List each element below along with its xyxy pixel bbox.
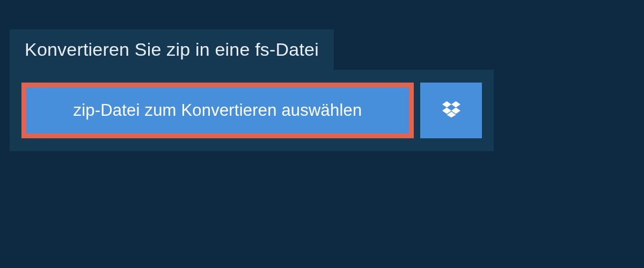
button-panel: zip-Datei zum Konvertieren auswählen [10,70,494,151]
select-file-button-label: zip-Datei zum Konvertieren auswählen [74,101,362,120]
select-file-button[interactable]: zip-Datei zum Konvertieren auswählen [21,83,414,138]
dropbox-icon [442,101,460,120]
converter-title: Konvertieren Sie zip in eine fs-Datei [10,29,334,70]
converter-widget: Konvertieren Sie zip in eine fs-Datei zi… [10,29,644,151]
dropbox-button[interactable] [420,83,482,138]
